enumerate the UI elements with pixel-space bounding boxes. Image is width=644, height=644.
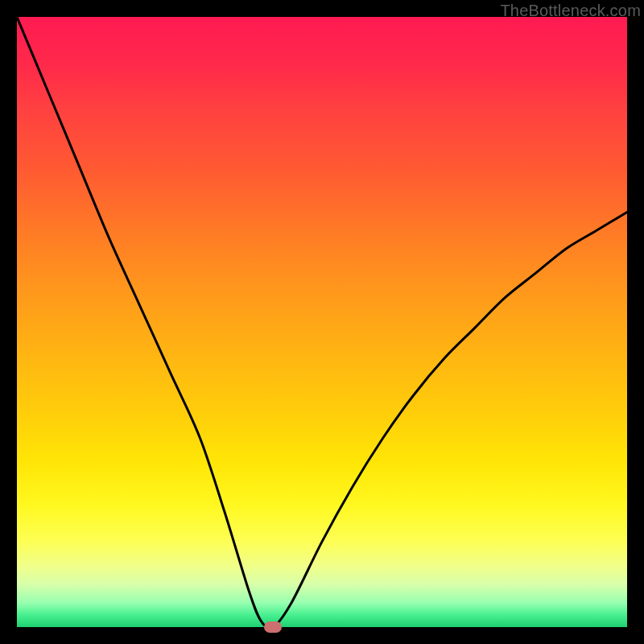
chart-plot-area bbox=[17, 17, 627, 627]
chart-curve-svg bbox=[17, 17, 627, 627]
watermark-text: TheBottleneck.com bbox=[500, 2, 641, 20]
bottleneck-curve-path bbox=[17, 17, 627, 627]
optimum-marker bbox=[264, 621, 282, 633]
